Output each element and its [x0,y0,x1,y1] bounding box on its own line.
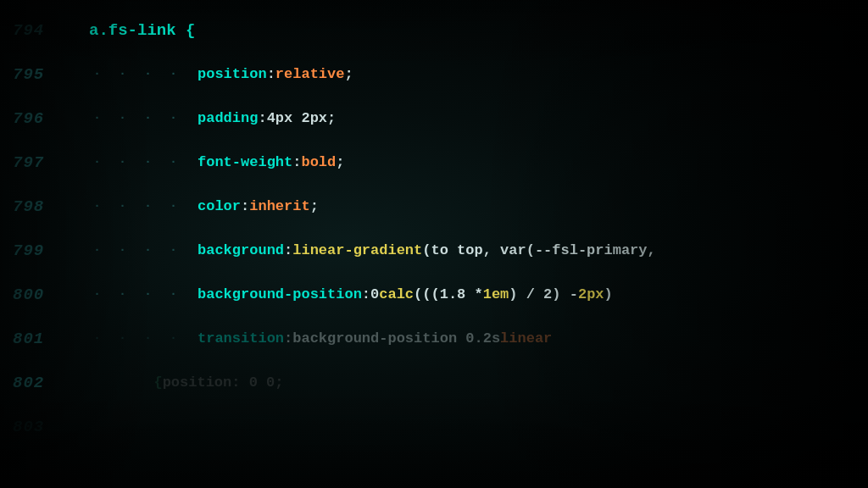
paren-open-800: ( [422,229,431,273]
property-padding: padding [198,97,258,141]
indent-dots-797: · · · · [93,97,182,141]
code-line-795: a.fs-link { [89,8,868,53]
code-line-803: { position: 0 0; [93,361,868,405]
line-num-799: 799 [13,229,68,273]
line-num-803: 803 [13,405,68,449]
code-line-802: · · · · transition : background-position… [93,317,868,361]
line-num-796: 796 [13,97,68,141]
colon-802: : [284,317,292,361]
value-bg-pos-calc: calc [379,273,414,317]
semi-799: ; [310,185,319,229]
value-transition-linear: linear [500,317,552,361]
property-transition: transition [198,317,284,361]
line-num-797: 797 [13,141,68,185]
closing-partial: { [93,361,163,405]
line-num-798: 798 [13,185,68,229]
property-font-weight: font-weight [198,141,292,185]
value-background-args: to top, var(--fsl-primary, [431,229,655,273]
indent-dots-800: · · · · [93,229,182,273]
value-bg-pos-2px: 2px [578,273,604,317]
code-line-797: · · · · padding : 4px 2px ; [93,97,868,141]
property-color: color [198,185,241,229]
code-line-799: · · · · color : inherit ; [93,185,868,229]
line-num-802: 802 [13,361,68,405]
value-background-more [656,229,868,273]
semi-798: ; [336,141,344,185]
value-background-fn: linear-gradient [292,229,422,273]
property-background: background [198,229,284,273]
indent-dots-799: · · · · [93,185,182,229]
colon-800: : [284,229,292,273]
value-transition: background-position 0.2s [292,317,500,361]
indent-dots-798: · · · · [93,141,182,185]
indent-dots-802: · · · · [93,317,182,361]
indent-dots-801: · · · · [93,273,182,317]
code-line-798: · · · · font-weight : bold ; [93,141,868,185]
line-num-800: 800 [13,273,68,317]
colon-797: : [258,97,266,141]
property-position: position [198,53,267,97]
value-inherit: inherit [249,185,309,229]
line-num-801: 801 [13,317,68,361]
code-content: a.fs-link { · · · · position : relative … [76,8,868,405]
line-num-795: 795 [13,53,68,97]
value-relative: relative [275,53,345,97]
value-bg-pos-1em: 1em [483,273,509,317]
code-line-796: · · · · position : relative ; [93,53,868,97]
value-bg-pos-args: (((1.8 * [414,273,483,317]
value-bg-pos-0: 0 [370,273,379,317]
selector-text: a.fs-link { [89,8,195,53]
line-num-794: 794 [13,8,68,53]
value-padding: 4px 2px [267,97,327,141]
value-bg-pos-div: ) / 2) - [509,273,578,317]
colon-799: : [241,185,249,229]
indent-dots-796: · · · · [93,53,182,97]
code-line-800: · · · · background : linear-gradient ( t… [93,229,868,273]
colon-801: : [362,273,370,317]
line-number-gutter: 794 795 796 797 798 799 800 801 802 803 [0,8,76,449]
value-bg-pos-close: ) [604,273,613,317]
code-line-801: · · · · background-position : 0 calc (((… [93,273,868,317]
value-bold: bold [301,141,336,185]
closing-args: position: 0 0; [163,361,284,405]
colon-798: : [292,141,301,185]
code-editor: 794 795 796 797 798 799 800 801 802 803 … [0,0,868,488]
colon-796: : [267,53,275,97]
semi-797: ; [327,97,336,141]
semi-796: ; [344,53,353,97]
property-bg-position: background-position [198,273,362,317]
